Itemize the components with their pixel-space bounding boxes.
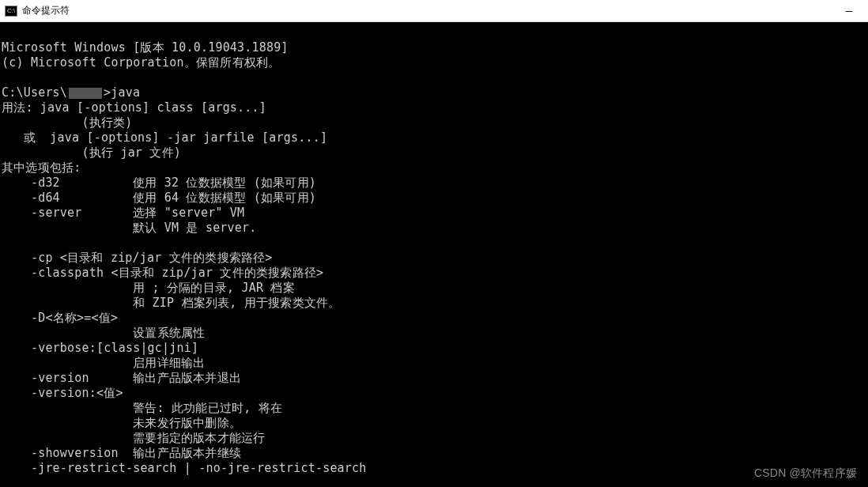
prompt-command: >java [104,85,140,100]
terminal-line: 默认 VM 是 server. [2,221,257,235]
terminal-line: -version:<值> [2,386,123,400]
minimize-button[interactable]: — [833,0,865,22]
terminal-line: -d64 使用 64 位数据模型 (如果可用) [2,191,316,205]
terminal-line: -server 选择 "server" VM [2,206,244,220]
terminal-line: -showversion 输出产品版本并继续 [2,446,241,460]
terminal-line: 启用详细输出 [2,356,205,370]
cmd-prompt-icon: C:\ [5,6,17,17]
redacted-username [69,88,102,99]
terminal-line: -classpath <目录和 zip/jar 文件的类搜索路径> [2,266,323,280]
watermark: CSDN @软件程序媛 [754,466,857,481]
terminal-line: (执行类) [2,115,133,130]
terminal-line: -jre-restrict-search | -no-jre-restrict-… [2,461,367,475]
terminal-line: -d32 使用 32 位数据模型 (如果可用) [2,176,316,190]
window-controls: — [833,0,865,22]
terminal-line: -cp <目录和 zip/jar 文件的类搜索路径> [2,251,273,265]
terminal-line: 设置系统属性 [2,326,205,340]
titlebar-left: C:\ 命令提示符 [5,4,70,17]
terminal-line: (执行 jar 文件) [2,145,181,160]
terminal-line: 和 ZIP 档案列表, 用于搜索类文件。 [2,296,340,310]
terminal-line: 警告: 此功能已过时, 将在 [2,401,282,415]
terminal-line: 用法: java [-options] class [args...] [2,100,266,115]
terminal-line: 或 java [-options] -jar jarfile [args...] [2,130,327,145]
terminal-line: 需要指定的版本才能运行 [2,431,265,445]
prompt-path: C:\Users\ [2,85,67,100]
window-title: 命令提示符 [22,4,70,17]
terminal-line: 其中选项包括: [2,160,81,175]
terminal-line: Microsoft Windows [版本 10.0.19043.1889] [2,40,289,55]
terminal-line: 未来发行版中删除。 [2,416,241,430]
titlebar: C:\ 命令提示符 — [0,0,868,22]
terminal-output[interactable]: Microsoft Windows [版本 10.0.19043.1889] (… [0,22,868,487]
terminal-line: 用 ; 分隔的目录, JAR 档案 [2,281,295,295]
terminal-line: -D<名称>=<值> [2,311,118,325]
terminal-line: -verbose:[class|gc|jni] [2,341,198,355]
terminal-line: -version 输出产品版本并退出 [2,371,241,385]
terminal-line: (c) Microsoft Corporation。保留所有权利。 [2,55,280,70]
